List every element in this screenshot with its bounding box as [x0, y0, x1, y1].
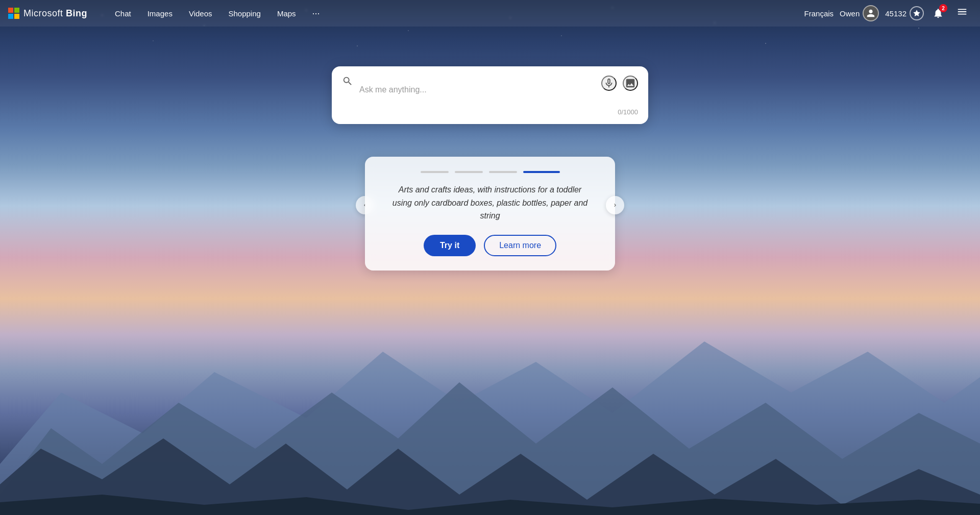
rewards-points[interactable]: 45132 [885, 6, 924, 20]
char-counter: 0/1000 [618, 108, 638, 116]
nav-right: Français Owen 45132 2 [804, 4, 972, 22]
logo-link[interactable]: Microsoft Bing [8, 8, 87, 19]
suggestion-card: Arts and crafts ideas, with instructions… [365, 157, 615, 271]
nav-more-button[interactable]: ··· [305, 5, 327, 22]
search-bottom-row: 0/1000 [342, 105, 638, 116]
try-it-button[interactable]: Try it [424, 235, 476, 256]
carousel-dots [381, 171, 599, 173]
nav-maps[interactable]: Maps [270, 6, 303, 21]
notification-badge: 2 [939, 4, 947, 12]
suggestion-text: Arts and crafts ideas, with instructions… [381, 183, 599, 223]
suggestion-carousel-wrapper: Arts and crafts ideas, with instructions… [365, 140, 615, 271]
image-search-button[interactable] [623, 76, 638, 91]
nav-shopping[interactable]: Shopping [222, 6, 268, 21]
suggestion-actions: Try it Learn more [381, 235, 599, 256]
dot-2[interactable] [455, 171, 483, 173]
logo-yellow [14, 14, 19, 19]
microsoft-logo [8, 8, 19, 19]
hamburger-menu[interactable] [952, 4, 972, 22]
notifications-button[interactable]: 2 [930, 5, 946, 21]
logo-red [8, 8, 13, 13]
search-box: 0/1000 [332, 66, 648, 124]
rewards-icon [910, 6, 924, 20]
search-top-row [342, 75, 638, 105]
language-selector[interactable]: Français [804, 9, 834, 18]
navbar: Microsoft Bing Chat Images Videos Shoppi… [0, 0, 980, 27]
dot-3[interactable] [489, 171, 517, 173]
nav-chat[interactable]: Chat [108, 6, 138, 21]
learn-more-button[interactable]: Learn more [484, 235, 556, 256]
points-value: 45132 [885, 9, 906, 18]
search-icon [342, 75, 353, 89]
nav-videos[interactable]: Videos [182, 6, 219, 21]
dot-4-active[interactable] [523, 171, 560, 173]
logo-green [14, 8, 19, 13]
main-content: 0/1000 Arts and crafts ideas, with instr… [0, 0, 980, 515]
brand-name: Microsoft Bing [23, 8, 87, 19]
search-input[interactable] [359, 75, 595, 105]
user-avatar [863, 5, 879, 21]
nav-links: Chat Images Videos Shopping Maps ··· [108, 5, 804, 22]
carousel-next-button[interactable] [606, 196, 624, 214]
search-action-icons [601, 75, 638, 91]
nav-images[interactable]: Images [140, 6, 180, 21]
microphone-button[interactable] [601, 76, 617, 91]
user-name: Owen [840, 9, 860, 18]
logo-blue [8, 14, 13, 19]
user-menu[interactable]: Owen [840, 5, 879, 21]
dot-1[interactable] [421, 171, 449, 173]
